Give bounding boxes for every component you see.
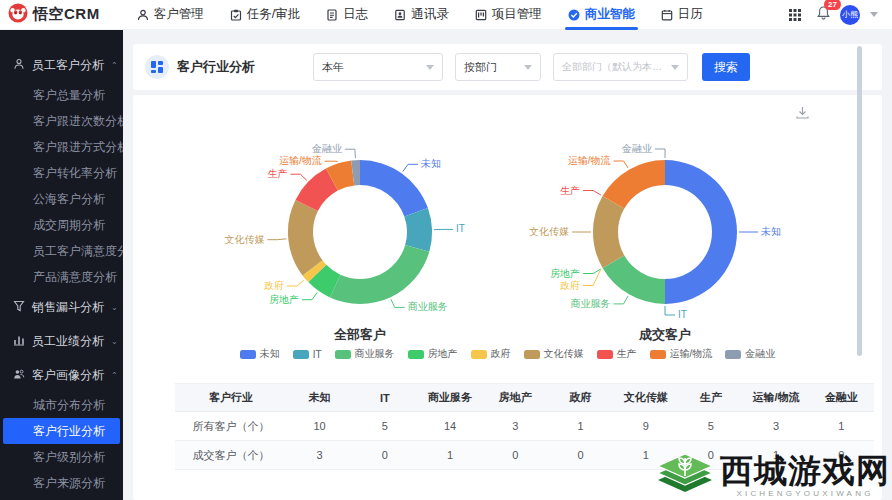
scope-type-select[interactable]: 按部门 <box>455 53 541 81</box>
watermark-logo-icon <box>656 450 714 498</box>
employee-customer-icon <box>13 58 25 73</box>
slice-label: IT <box>456 223 465 234</box>
sidebar-item-4-1[interactable]: 城市分布分析 <box>0 392 123 418</box>
table-cell: 0 <box>483 441 548 470</box>
sidebar-item-1-1[interactable]: 客户总量分析 <box>0 82 123 108</box>
sidebar-group-label: 员工客户分析 <box>32 57 104 74</box>
donut-slice[interactable] <box>603 160 665 209</box>
app-title: 悟空CRM <box>33 5 100 24</box>
label-leader-line <box>655 149 665 158</box>
legend-item-8[interactable]: 运输/物流 <box>650 347 713 361</box>
table-cell: 1 <box>548 412 613 441</box>
legend-item-6[interactable]: 文化传媒 <box>524 347 584 361</box>
slice-label: 未知 <box>760 226 781 237</box>
sidebar-item-1-3[interactable]: 客户跟进方式分析 <box>0 134 123 160</box>
period-select[interactable]: 本年 <box>313 53 443 81</box>
legend-label: 政府 <box>491 347 511 361</box>
donut-slice[interactable] <box>665 160 737 304</box>
search-button[interactable]: 搜索 <box>702 53 750 81</box>
legend-item-4[interactable]: 房地产 <box>408 347 458 361</box>
sidebar-item-4-2[interactable]: 客户行业分析 <box>3 418 120 444</box>
slice-label: 生产 <box>267 168 287 179</box>
nav-item-label: 客户管理 <box>154 6 204 23</box>
table-row: 所有客户（个）10514319531 <box>175 412 874 441</box>
app-logo[interactable]: 悟空CRM <box>0 3 110 27</box>
sidebar-item-4-3[interactable]: 客户级别分析 <box>0 444 123 470</box>
table-cell: 14 <box>417 412 482 441</box>
nav-item-6[interactable]: 商业智能 <box>555 0 648 29</box>
table-cell: 3 <box>744 412 809 441</box>
label-leader-line <box>583 269 601 286</box>
label-leader-line <box>345 149 356 158</box>
sidebar-group-1[interactable]: 员工客户分析⌃ <box>0 48 123 82</box>
apps-grid-icon[interactable] <box>783 9 807 21</box>
nav-item-1[interactable]: 客户管理 <box>124 0 217 29</box>
legend-item-9[interactable]: 金融业 <box>725 347 775 361</box>
legend-item-3[interactable]: 商业服务 <box>335 347 395 361</box>
nav-item-label: 商业智能 <box>585 6 635 23</box>
sidebar-item-4-4[interactable]: 客户来源分析 <box>0 470 123 496</box>
table-cell: 1 <box>809 412 874 441</box>
chevron-down-icon <box>524 65 532 70</box>
notification-badge: 27 <box>824 0 841 10</box>
user-avatar[interactable]: 小熊 <box>840 5 860 25</box>
sidebar-group-4[interactable]: 客户画像分析⌃ <box>0 358 123 392</box>
project-icon <box>475 9 487 21</box>
scrollbar-thumb[interactable] <box>857 46 862 356</box>
table-header: 政府 <box>548 384 613 412</box>
sidebar-group-2[interactable]: 销售漏斗分析⌄ <box>0 290 123 324</box>
sidebar-group-3[interactable]: 员工业绩分析⌄ <box>0 324 123 358</box>
legend-label: 文化传媒 <box>544 347 584 361</box>
nav-item-4[interactable]: 通讯录 <box>381 0 462 29</box>
legend-item-2[interactable]: IT <box>293 349 322 360</box>
table-cell: 10 <box>287 412 352 441</box>
label-leader-line <box>302 292 317 299</box>
chart-title: 成交客户 <box>638 327 691 342</box>
watermark-title: 西城游戏网 <box>720 454 890 488</box>
donut-slice[interactable] <box>603 256 665 305</box>
table-header: 运输/物流 <box>744 384 809 412</box>
sidebar-item-1-2[interactable]: 客户跟进次数分析 <box>0 108 123 134</box>
legend-label: 未知 <box>260 347 280 361</box>
journal-icon <box>326 9 338 21</box>
legend-swatch <box>293 350 309 359</box>
nav-item-5[interactable]: 项目管理 <box>462 0 555 29</box>
slice-label: IT <box>678 309 687 320</box>
chart-title: 全部客户 <box>333 327 386 342</box>
notifications-button[interactable]: 27 <box>817 6 830 24</box>
donut-slice[interactable] <box>593 196 624 268</box>
sidebar-item-1-7[interactable]: 员工客户满意度分析 <box>0 238 123 264</box>
sidebar-group-label: 销售漏斗分析 <box>32 299 104 316</box>
table-cell: 9 <box>613 412 678 441</box>
portrait-icon <box>13 368 25 383</box>
nav-item-3[interactable]: 日志 <box>313 0 381 29</box>
chevron-down-icon: ⌄ <box>111 303 118 312</box>
nav-item-2[interactable]: 任务/审批 <box>217 0 313 29</box>
donut-slice[interactable] <box>330 245 429 304</box>
donut-chart-2[interactable]: 未知IT商业服务房地产政府文化传媒生产运输/物流金融业成交客户 <box>485 117 845 349</box>
user-menu-caret-icon[interactable] <box>870 12 878 17</box>
donut-slice[interactable] <box>360 160 428 216</box>
sidebar-item-1-4[interactable]: 客户转化率分析 <box>0 160 123 186</box>
legend-item-5[interactable]: 政府 <box>471 347 511 361</box>
table-cell: 5 <box>678 412 743 441</box>
label-leader-line <box>391 299 405 307</box>
legend-swatch <box>335 350 351 359</box>
label-leader-line <box>267 239 286 240</box>
nav-item-label: 项目管理 <box>492 6 542 23</box>
department-select[interactable]: 全部部门（默认为本部门）下拉筛选 <box>553 53 688 81</box>
legend-swatch <box>471 350 487 359</box>
legend-swatch <box>408 350 424 359</box>
sidebar-item-1-8[interactable]: 产品满意度分析 <box>0 264 123 290</box>
label-leader-line <box>583 269 601 274</box>
donut-slice[interactable] <box>288 200 323 276</box>
legend-item-7[interactable]: 生产 <box>597 347 637 361</box>
label-leader-line <box>614 296 629 304</box>
sidebar-item-1-6[interactable]: 成交周期分析 <box>0 212 123 238</box>
slice-label: 政府 <box>560 280 580 291</box>
nav-item-7[interactable]: 日历 <box>648 0 716 29</box>
legend-label: 金融业 <box>745 347 775 361</box>
legend-item-1[interactable]: 未知 <box>240 347 280 361</box>
sidebar-item-1-5[interactable]: 公海客户分析 <box>0 186 123 212</box>
nav-item-label: 通讯录 <box>411 6 449 23</box>
